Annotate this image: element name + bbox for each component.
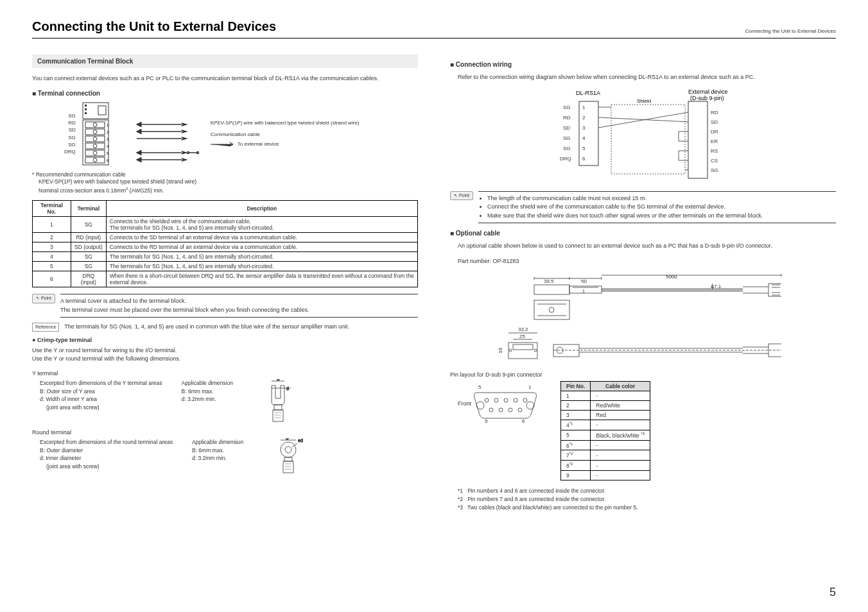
svg-text:5000: 5000 [666,274,677,280]
conn-wiring-text: Refer to the connection wiring diagram s… [458,73,836,82]
fn-mark: *1 [458,488,463,494]
comm-cable-label: Communication cable [211,132,360,138]
svg-rect-3 [85,112,87,114]
th-description: Description [106,201,417,217]
optional-text: An optional cable shown below is used to… [458,242,836,251]
svg-text:RD: RD [711,110,718,115]
svg-text:SD: SD [563,125,570,131]
left-column: Communication Terminal Block You can con… [32,55,418,511]
reference-badge: Reference [32,323,59,332]
td: 3 [33,242,71,252]
svg-point-142 [489,408,493,412]
round-d-label: d: Inner diameter [40,454,173,463]
svg-rect-41 [274,405,282,410]
ref-text: The terminals for SG (Nos. 1, 4, and 5) … [64,323,349,331]
wire-arrows-icon [134,102,204,166]
fn-text: Pin numbers 4 and 6 are connected inside… [467,488,605,494]
td: SG [71,262,106,271]
svg-text:External device: External device [688,89,728,95]
header-right-text: Connecting the Unit to External Devices [745,28,836,34]
svg-point-139 [504,398,508,402]
svg-rect-123 [513,344,533,350]
td: 2 [33,233,71,242]
svg-text:ed: ed [298,438,303,443]
td: 4 [33,252,71,262]
td: Red [591,411,650,420]
crimp-heading: Crimp-type terminal [32,337,418,343]
svg-point-145 [518,408,522,412]
y-d-dim: d: 3.2mm min. [182,395,233,404]
td: SG [71,217,106,233]
td: Connects to the RD terminal of an extern… [106,242,417,252]
td: - [591,471,650,480]
rec-cable-title: Recommended communication cable [36,171,126,178]
svg-text:ER: ER [711,139,718,144]
point-badge: Point [32,294,55,303]
svg-text:DR: DR [711,129,718,135]
td: 9 [561,471,591,480]
td: When there is a short-circuit between DR… [106,271,417,287]
svg-text:DL-RS1A: DL-RS1A [576,90,600,96]
round-excerpt: Excerpted from dimensions of the round t… [40,438,173,446]
td: 1 [33,217,71,233]
point-text: The terminal cover must be placed over t… [60,306,418,315]
svg-text:d: d [286,386,289,391]
y-b-dim: B: 6mm max. [182,387,233,396]
pin-label: RD [64,119,76,126]
td: The terminals for SG (Nos. 1, 4, and 5) … [106,262,417,271]
svg-point-138 [494,398,498,402]
svg-rect-53 [283,461,293,473]
y-applicable: Applicable dimension [182,379,233,387]
svg-text:1: 1 [582,105,586,110]
svg-text:6: 6 [582,156,586,162]
pin-label: SG [64,112,76,119]
svg-text:(D-sub 9-pin): (D-sub 9-pin) [690,95,724,101]
round-terminal-icon: B ed [275,438,308,477]
terminal-table: Terminal No. Terminal Description 1SGCon… [32,200,418,287]
svg-point-13 [93,144,97,148]
terminal-diagram: SG RD SD SG SG DRQ [64,102,418,166]
svg-text:CS: CS [711,158,718,164]
svg-text:5: 5 [582,146,586,151]
y-terminal-heading: Y terminal [32,370,418,377]
wire-note: KPEV-SP(1P) wire with balanced type twis… [211,120,360,126]
td: SD (output) [71,242,106,252]
svg-text:9: 9 [485,418,488,424]
td: 4*1 [561,420,591,430]
y-b-label: B: Outer size of Y area [40,387,162,396]
td: - [591,450,650,461]
rec-cable-line2-suffix: (AWG25) min. [128,187,164,194]
fn-text: Pin numbers 7 and 8 are connected inside… [467,496,605,502]
td: - [591,461,650,471]
svg-rect-4 [98,106,106,115]
svg-rect-92 [534,285,569,294]
svg-text:33.2: 33.2 [518,327,528,332]
svg-text:SG: SG [563,135,571,141]
round-b-dim: B: 6mm max. [192,446,243,455]
svg-text:B: B [277,379,280,381]
th-terminal-no: Terminal No. [33,201,71,217]
svg-rect-2 [85,108,87,110]
intro-text: You can connect external devices such as… [32,74,418,83]
crimp-text: Use the Y or round terminal for wiring t… [32,346,418,355]
point-text: A terminal cover is attached to the term… [60,297,418,306]
svg-text:3: 3 [582,125,586,131]
th-pin-no: Pin No. [561,382,591,391]
td: DRQ (input) [71,271,106,287]
td: 7*2 [561,450,591,461]
svg-point-51 [285,446,291,453]
td: Red/white [591,401,650,411]
point-bullet: The length of the communication cable mu… [487,194,836,203]
svg-rect-1 [85,105,87,106]
svg-text:39.5: 39.5 [544,278,554,284]
pin-label: DRQ [64,148,76,155]
svg-text:B: B [286,438,289,440]
svg-text:DRQ: DRQ [560,156,571,162]
pin-label: SG [64,134,76,141]
svg-rect-128 [553,344,579,357]
svg-rect-114 [534,300,569,319]
svg-line-85 [598,112,688,128]
td: 5 [561,430,591,440]
td: 5 [33,262,71,271]
td: Black, black/white *3 [591,430,650,440]
